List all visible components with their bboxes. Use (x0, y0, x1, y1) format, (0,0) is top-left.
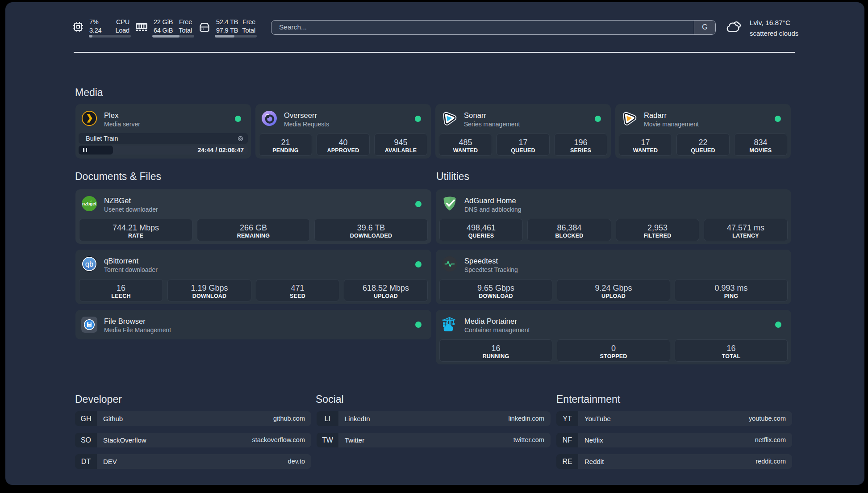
svg-text:nzbget: nzbget (82, 201, 97, 206)
svg-text:qb: qb (85, 260, 93, 268)
